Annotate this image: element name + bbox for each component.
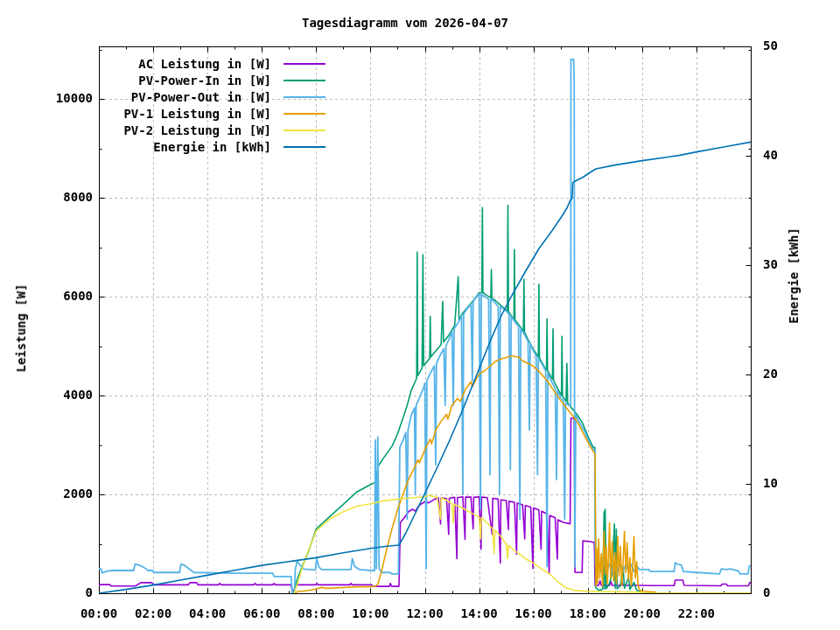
legend-line-sample [284, 113, 326, 115]
legend-row-2: PV-Power-Out in [W] [99, 88, 326, 105]
chart-title: Tagesdiagramm vom 2026-04-07 [302, 16, 508, 30]
legend-row-3: PV-1 Leistung in [W] [99, 105, 326, 122]
legend-line-sample [284, 96, 326, 98]
legend-label: PV-Power-In in [W] [99, 74, 271, 88]
legend-label: PV-2 Leistung in [W] [99, 123, 271, 137]
legend-line-sample [284, 130, 326, 131]
legend-row-5: Energie in [kWh] [99, 138, 326, 155]
legend-row-0: AC Leistung in [W] [99, 55, 326, 72]
legend-line-sample [284, 80, 326, 81]
legend-line-sample [284, 146, 326, 148]
legend-line-sample [284, 63, 326, 65]
tagesdiagramm-page: Tagesdiagramm vom 2026-04-07 Leistung [W… [0, 0, 840, 630]
legend-row-1: PV-Power-In in [W] [99, 72, 326, 88]
legend-row-4: PV-2 Leistung in [W] [99, 122, 326, 138]
legend: AC Leistung in [W]PV-Power-In in [W]PV-P… [99, 55, 326, 155]
y-axis-label: Leistung [W] [14, 284, 28, 372]
legend-label: PV-1 Leistung in [W] [99, 107, 271, 121]
legend-label: AC Leistung in [W] [99, 57, 271, 71]
legend-label: Energie in [kWh] [99, 140, 271, 154]
legend-label: PV-Power-Out in [W] [99, 90, 271, 104]
y2-axis-label: Energie [kWh] [787, 228, 801, 324]
